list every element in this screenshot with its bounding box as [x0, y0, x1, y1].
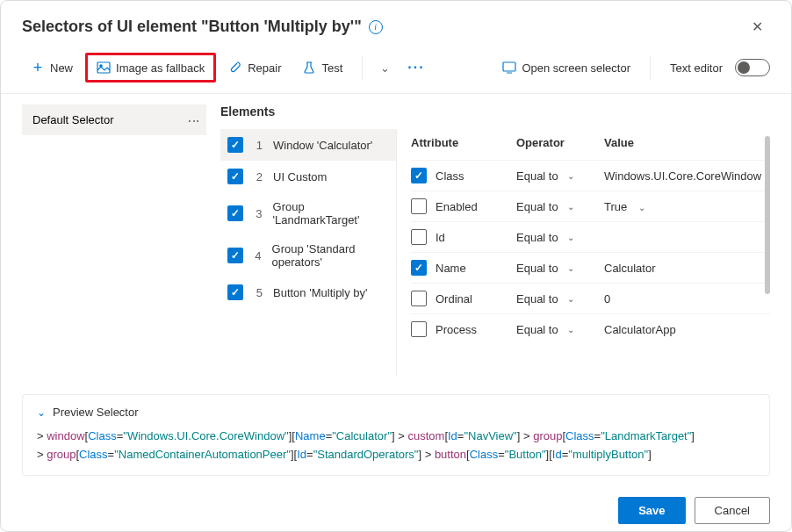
flask-icon — [302, 61, 316, 75]
element-row[interactable]: 1 Window 'Calculator' — [220, 129, 396, 161]
element-label: Group 'Standard operators' — [272, 242, 389, 269]
plus-icon: + — [31, 61, 45, 75]
chevron-down-icon[interactable]: ⌄ — [638, 203, 645, 212]
image-as-fallback-button[interactable]: Image as fallback — [85, 53, 216, 83]
checkbox-icon[interactable] — [411, 291, 427, 306]
operator-value[interactable]: Equal to — [516, 262, 558, 275]
repair-button[interactable]: Repair — [220, 55, 290, 80]
element-number: 4 — [254, 249, 262, 262]
chevron-down-icon[interactable]: ⌄ — [567, 171, 574, 181]
element-label: Group 'LandmarkTarget' — [273, 200, 389, 226]
attribute-row: Name Equal to ⌄ Calculator — [411, 252, 770, 283]
operator-value[interactable]: Equal to — [516, 231, 558, 244]
checkbox-icon[interactable] — [411, 321, 427, 337]
selector-name: Default Selector — [32, 113, 114, 126]
element-label: Button 'Multiply by' — [273, 286, 368, 299]
toolbar-divider — [362, 55, 363, 80]
test-button[interactable]: Test — [293, 55, 351, 80]
main-content: Default Selector ⋮ Elements 1 Window 'Ca… — [1, 94, 791, 384]
scrollbar[interactable] — [765, 136, 770, 370]
attribute-value[interactable]: Calculator — [604, 262, 770, 275]
selector-item-default[interactable]: Default Selector ⋮ — [22, 104, 206, 135]
operator-value[interactable]: Equal to — [516, 200, 558, 213]
attribute-row: Class Equal to ⌄ Windows.UI.Core.CoreWin… — [411, 160, 770, 191]
preview-title: Preview Selector — [53, 406, 139, 419]
chevron-down-icon[interactable]: ⌄ — [567, 202, 574, 212]
attribute-name: Id — [436, 231, 445, 244]
checkbox-icon[interactable] — [227, 169, 243, 184]
repair-label: Repair — [248, 61, 281, 75]
elements-heading: Elements — [220, 104, 770, 119]
attribute-row: Enabled Equal to ⌄ True ⌄ — [411, 191, 770, 221]
dialog-footer: Save Cancel — [1, 486, 791, 532]
operator-value[interactable]: Equal to — [516, 169, 558, 183]
open-screen-label: Open screen selector — [522, 61, 630, 75]
element-number: 5 — [254, 286, 263, 299]
chevron-down-icon: ⌄ — [37, 406, 46, 419]
element-row[interactable]: 5 Button 'Multiply by' — [220, 277, 396, 308]
more-icon[interactable]: ⋮ — [192, 115, 196, 126]
more-button[interactable]: ··· — [399, 54, 433, 81]
checkbox-icon[interactable] — [411, 198, 427, 214]
image-fallback-label: Image as fallback — [116, 61, 205, 75]
save-button[interactable]: Save — [618, 497, 685, 524]
attribute-row: Id Equal to ⌄ — [411, 221, 770, 252]
chevron-down-icon[interactable]: ⌄ — [567, 233, 574, 242]
attributes-header: Attribute Operator Value — [411, 129, 770, 160]
element-number: 2 — [254, 170, 263, 183]
dialog-header: Selectors of UI element "Button 'Multipl… — [1, 1, 791, 46]
chevron-down-icon[interactable]: ⌄ — [567, 294, 574, 304]
checkbox-icon[interactable] — [227, 284, 243, 300]
new-button[interactable]: + New — [22, 55, 82, 80]
attribute-name: Name — [436, 262, 466, 275]
chevron-down-icon[interactable]: ⌄ — [567, 263, 574, 273]
selectors-list: Default Selector ⋮ — [22, 104, 206, 377]
attribute-name: Class — [436, 169, 464, 183]
element-label: Window 'Calculator' — [273, 139, 372, 152]
close-button[interactable]: ✕ — [745, 15, 770, 39]
image-icon — [97, 61, 111, 75]
toolbar: + New Image as fallback Repair Test ⌄ ··… — [1, 46, 791, 94]
col-operator: Operator — [516, 136, 604, 149]
text-editor-toggle[interactable] — [735, 59, 770, 76]
element-row[interactable]: 3 Group 'LandmarkTarget' — [220, 192, 396, 234]
element-number: 1 — [254, 139, 263, 152]
attribute-row: Ordinal Equal to ⌄ 0 — [411, 283, 770, 313]
elements-panel: Elements 1 Window 'Calculator' 2 UI Cust… — [220, 104, 770, 377]
attribute-value[interactable]: True ⌄ — [604, 200, 770, 213]
element-number: 3 — [254, 207, 263, 220]
cancel-button[interactable]: Cancel — [695, 497, 770, 524]
checkbox-icon[interactable] — [227, 248, 243, 263]
operator-value[interactable]: Equal to — [516, 323, 558, 336]
wrench-icon — [228, 61, 242, 75]
svg-rect-0 — [97, 62, 110, 73]
checkbox-icon[interactable] — [411, 260, 427, 276]
svg-rect-2 — [503, 62, 515, 71]
attribute-value[interactable]: CalculatorApp — [604, 323, 770, 336]
attribute-value[interactable]: Windows.UI.Core.CoreWindow — [604, 169, 770, 183]
chevron-down-icon[interactable]: ⌄ — [567, 325, 574, 334]
attribute-row: Process Equal to ⌄ CalculatorApp — [411, 313, 770, 344]
checkbox-icon[interactable] — [227, 205, 243, 221]
preview-toggle[interactable]: ⌄ Preview Selector — [37, 406, 755, 419]
test-label: Test — [321, 61, 342, 75]
screen-icon — [502, 61, 516, 75]
operator-value[interactable]: Equal to — [516, 292, 558, 306]
selector-preview-text: > window[Class="Windows.UI.Core.CoreWind… — [37, 428, 755, 464]
col-attribute: Attribute — [411, 136, 516, 149]
chevron-down-icon[interactable]: ⌄ — [375, 56, 395, 80]
checkbox-icon[interactable] — [411, 168, 427, 183]
checkbox-icon[interactable] — [411, 229, 427, 245]
checkbox-icon[interactable] — [227, 137, 243, 153]
attribute-value[interactable]: 0 — [604, 292, 770, 306]
col-value: Value — [604, 136, 770, 149]
toolbar-divider — [650, 55, 651, 80]
open-screen-selector-button[interactable]: Open screen selector — [493, 55, 639, 80]
attributes-panel: Attribute Operator Value Class Equal to … — [396, 129, 770, 377]
attribute-name: Process — [436, 323, 477, 336]
new-label: New — [50, 61, 73, 75]
info-icon[interactable]: i — [369, 20, 383, 34]
element-row[interactable]: 2 UI Custom — [220, 161, 396, 192]
attribute-name: Enabled — [436, 200, 478, 213]
element-row[interactable]: 4 Group 'Standard operators' — [220, 234, 396, 277]
